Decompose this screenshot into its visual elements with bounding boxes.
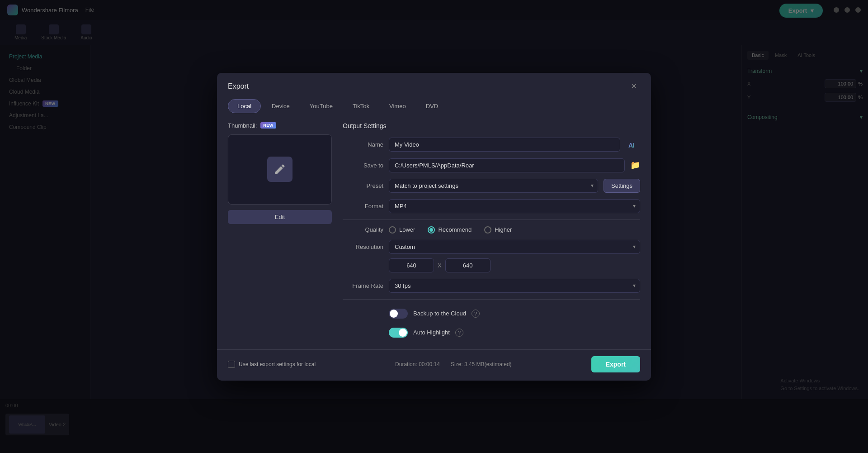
- edit-button[interactable]: Edit: [228, 210, 332, 224]
- export-modal: Export × Local Device YouTube TikTok Vim…: [217, 73, 651, 381]
- quality-higher-radio[interactable]: Higher: [484, 226, 512, 234]
- ai-icon: AI: [627, 139, 638, 150]
- modal-body: Thumbnail: NEW Edit Output Settings: [217, 113, 651, 349]
- resolution-height-input[interactable]: [445, 258, 491, 272]
- folder-icon: 📁: [630, 160, 640, 170]
- footer-info: Duration: 00:00:14 Size: 3.45 MB(estimat…: [395, 361, 512, 367]
- tab-vimeo-label: Vimeo: [389, 103, 406, 110]
- backup-cloud-toggle[interactable]: [389, 309, 408, 319]
- backup-cloud-toggle-row: Backup to the Cloud ?: [343, 306, 640, 321]
- thumbnail-label-row: Thumbnail: NEW: [228, 122, 332, 129]
- format-label: Format: [343, 203, 383, 210]
- quality-recommend-radio[interactable]: Recommend: [428, 226, 472, 234]
- quality-higher-label: Higher: [495, 226, 512, 233]
- settings-button[interactable]: Settings: [604, 179, 640, 193]
- thumbnail-edit-icon: [267, 157, 292, 182]
- divider-1: [343, 219, 640, 220]
- form-row-preset: Preset Match to project settings ▾ Setti…: [343, 179, 640, 193]
- resolution-x-separator: X: [438, 262, 442, 269]
- thumbnail-box[interactable]: [228, 134, 332, 205]
- name-input[interactable]: [389, 138, 620, 152]
- ai-name-button[interactable]: AI: [626, 138, 640, 152]
- save-to-label: Save to: [343, 162, 383, 169]
- form-row-name: Name AI: [343, 138, 640, 152]
- frame-rate-select[interactable]: 30 fps: [389, 279, 640, 293]
- output-form-grid: Name AI: [343, 138, 640, 213]
- tab-dvd[interactable]: DVD: [417, 100, 447, 113]
- resolution-label: Resolution: [343, 243, 383, 250]
- tab-youtube-label: YouTube: [310, 103, 333, 110]
- svg-text:AI: AI: [628, 142, 635, 149]
- export-button[interactable]: Export: [591, 356, 640, 372]
- quality-recommend-circle: [428, 226, 435, 234]
- output-settings-panel: Output Settings Name: [343, 122, 640, 340]
- quality-radio-group: Lower Recommend Higher: [389, 226, 512, 234]
- tab-dvd-label: DVD: [426, 103, 438, 110]
- footer-left: Use last export settings for local: [228, 361, 316, 368]
- auto-highlight-toggle[interactable]: [389, 328, 408, 338]
- quality-label: Quality: [343, 226, 383, 233]
- quality-recommend-label: Recommend: [438, 226, 472, 233]
- tab-local[interactable]: Local: [228, 99, 261, 113]
- resolution-select[interactable]: Custom: [389, 240, 640, 254]
- quality-lower-circle: [389, 226, 396, 234]
- form-row-resolution: Resolution Custom ▾: [343, 240, 640, 254]
- quality-lower-radio[interactable]: Lower: [389, 226, 415, 234]
- modal-footer: Use last export settings for local Durat…: [217, 349, 651, 381]
- settings-button-label: Settings: [611, 182, 632, 189]
- browse-folder-button[interactable]: 📁: [630, 160, 640, 170]
- checkbox-label-text: Use last export settings for local: [239, 361, 316, 367]
- auto-highlight-info-icon[interactable]: ?: [455, 329, 463, 337]
- modal-backdrop: Export × Local Device YouTube TikTok Vim…: [0, 0, 868, 453]
- quality-higher-circle: [484, 226, 491, 234]
- divider-2: [343, 299, 640, 300]
- size-info: Size: 3.45 MB(estimated): [451, 361, 512, 367]
- tab-local-label: Local: [237, 103, 251, 110]
- modal-header: Export ×: [217, 73, 651, 93]
- tab-device[interactable]: Device: [263, 100, 299, 113]
- edit-button-label: Edit: [275, 214, 285, 220]
- name-label: Name: [343, 141, 383, 148]
- tab-tiktok-label: TikTok: [353, 103, 369, 110]
- backup-cloud-info-icon[interactable]: ?: [472, 310, 480, 318]
- frame-rate-label: Frame Rate: [343, 282, 383, 289]
- edit-pencil-icon: [274, 163, 286, 176]
- thumbnail-text: Thumbnail:: [228, 122, 257, 129]
- resolution-select-wrapper: Custom ▾: [389, 240, 640, 254]
- tab-tiktok[interactable]: TikTok: [344, 100, 378, 113]
- export-button-label: Export: [606, 361, 626, 368]
- duration-info: Duration: 00:00:14: [395, 361, 440, 367]
- output-settings-title: Output Settings: [343, 122, 640, 129]
- preset-select[interactable]: Match to project settings: [389, 179, 598, 193]
- export-tabs-bar: Local Device YouTube TikTok Vimeo DVD: [217, 93, 651, 113]
- thumbnail-new-badge: NEW: [260, 122, 276, 129]
- duration-value: 00:00:14: [419, 361, 440, 367]
- auto-highlight-toggle-row: Auto Highlight ?: [343, 325, 640, 340]
- last-export-settings-checkbox[interactable]: Use last export settings for local: [228, 361, 316, 368]
- size-label: Size:: [451, 361, 463, 367]
- format-select[interactable]: MP4: [389, 199, 640, 213]
- form-row-format: Format MP4 ▾: [343, 199, 640, 213]
- form-row-frame-rate: Frame Rate 30 fps ▾: [343, 279, 640, 293]
- backup-cloud-label: Backup to the Cloud: [413, 310, 466, 317]
- modal-close-button[interactable]: ×: [627, 80, 640, 93]
- save-to-input[interactable]: [389, 158, 625, 172]
- form-row-save-to: Save to 📁: [343, 158, 640, 172]
- size-value: 3.45 MB(estimated): [464, 361, 512, 367]
- form-row-resolution-wh: X: [343, 258, 640, 272]
- tab-youtube[interactable]: YouTube: [301, 100, 342, 113]
- close-icon: ×: [631, 81, 637, 91]
- preset-label: Preset: [343, 182, 383, 189]
- thumbnail-panel: Thumbnail: NEW Edit: [228, 122, 332, 340]
- backup-cloud-slider: [389, 309, 408, 319]
- auto-highlight-label: Auto Highlight: [413, 329, 450, 336]
- checkbox-box-icon: [228, 361, 235, 368]
- frame-rate-select-wrapper: 30 fps ▾: [389, 279, 640, 293]
- tab-vimeo[interactable]: Vimeo: [380, 100, 415, 113]
- duration-label: Duration:: [395, 361, 417, 367]
- resolution-width-input[interactable]: [389, 258, 434, 272]
- preset-select-wrapper: Match to project settings ▾: [389, 179, 598, 193]
- quality-lower-label: Lower: [399, 226, 415, 233]
- form-row-quality: Quality Lower Recommend Higher: [343, 226, 640, 234]
- resolution-inputs: X: [389, 258, 640, 272]
